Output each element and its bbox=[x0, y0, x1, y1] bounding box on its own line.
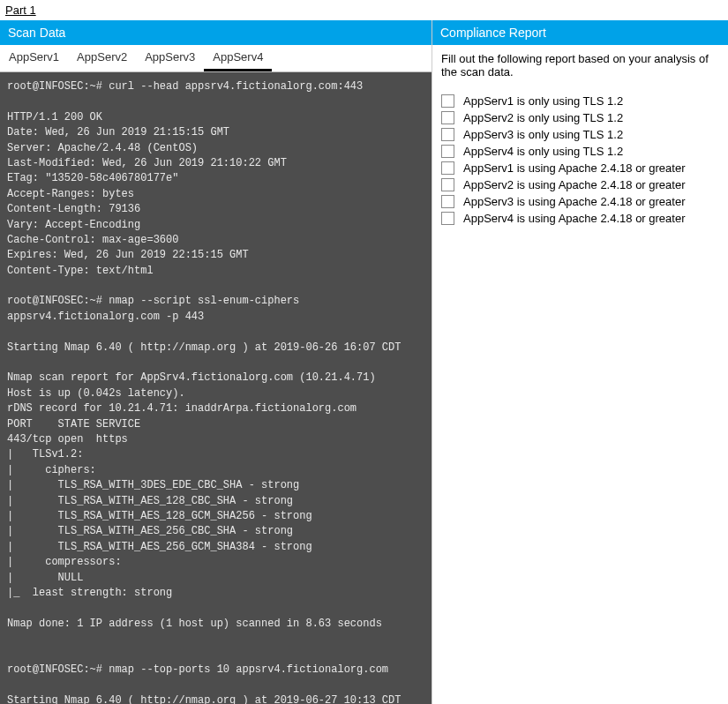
columns: Scan Data AppServ1 AppServ2 AppServ3 App… bbox=[0, 20, 728, 704]
checklist-item: AppServ2 is using Apache 2.4.18 or great… bbox=[441, 176, 719, 193]
checkbox-label: AppServ2 is only using TLS 1.2 bbox=[463, 111, 623, 124]
checkbox[interactable] bbox=[441, 94, 454, 108]
left-column: Scan Data AppServ1 AppServ2 AppServ3 App… bbox=[0, 20, 432, 704]
checkbox-label: AppServ4 is only using TLS 1.2 bbox=[463, 145, 623, 158]
checkbox[interactable] bbox=[441, 111, 454, 124]
right-column: Compliance Report Fill out the following… bbox=[432, 20, 728, 704]
checklist-item: AppServ4 is only using TLS 1.2 bbox=[441, 143, 719, 160]
checkbox[interactable] bbox=[441, 128, 454, 141]
instructions-text: Fill out the following report based on y… bbox=[432, 45, 728, 87]
checklist-item: AppServ3 is using Apache 2.4.18 or great… bbox=[441, 193, 719, 210]
checkbox-label: AppServ3 is using Apache 2.4.18 or great… bbox=[463, 195, 686, 208]
tab-appserv2[interactable]: AppServ2 bbox=[68, 45, 136, 71]
checklist-item: AppServ3 is only using TLS 1.2 bbox=[441, 126, 719, 143]
server-tabs: AppServ1 AppServ2 AppServ3 AppServ4 bbox=[0, 45, 432, 72]
checkbox-label: AppServ1 is only using TLS 1.2 bbox=[463, 94, 623, 108]
checklist-item: AppServ4 is using Apache 2.4.18 or great… bbox=[441, 210, 719, 227]
checkbox-label: AppServ2 is using Apache 2.4.18 or great… bbox=[463, 178, 686, 191]
tab-appserv4[interactable]: AppServ4 bbox=[204, 45, 272, 71]
checkbox[interactable] bbox=[441, 212, 454, 225]
checkbox[interactable] bbox=[441, 145, 454, 158]
checkbox-label: AppServ4 is using Apache 2.4.18 or great… bbox=[463, 212, 686, 225]
tab-appserv1[interactable]: AppServ1 bbox=[0, 45, 68, 71]
scan-data-header: Scan Data bbox=[0, 20, 432, 45]
checkbox-label: AppServ1 is using Apache 2.4.18 or great… bbox=[463, 161, 686, 175]
terminal-output: root@INFOSEC:~# curl --head appsrv4.fict… bbox=[0, 72, 432, 704]
checklist-item: AppServ1 is using Apache 2.4.18 or great… bbox=[441, 160, 719, 176]
part-link[interactable]: Part 1 bbox=[0, 0, 41, 20]
checkbox[interactable] bbox=[441, 178, 454, 191]
checklist: AppServ1 is only using TLS 1.2 AppServ2 … bbox=[432, 87, 728, 236]
checklist-item: AppServ2 is only using TLS 1.2 bbox=[441, 109, 719, 126]
tab-appserv3[interactable]: AppServ3 bbox=[136, 45, 204, 71]
checkbox[interactable] bbox=[441, 161, 454, 175]
checklist-item: AppServ1 is only using TLS 1.2 bbox=[441, 93, 719, 109]
checkbox[interactable] bbox=[441, 195, 454, 208]
checkbox-label: AppServ3 is only using TLS 1.2 bbox=[463, 128, 623, 141]
compliance-report-header: Compliance Report bbox=[432, 20, 728, 45]
